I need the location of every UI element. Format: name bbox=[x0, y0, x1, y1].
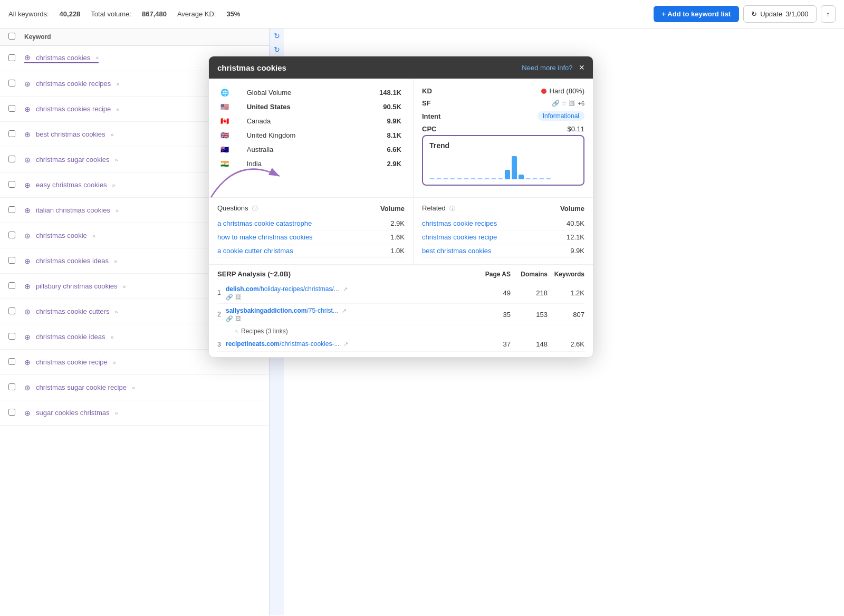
keyword-link-11[interactable]: ⊕ christmas cookie ideas » bbox=[24, 333, 114, 341]
keyword-check-5[interactable] bbox=[8, 181, 15, 188]
country-row-2: 🇬🇧 United Kingdom 8.1K bbox=[218, 129, 404, 142]
cpc-metric-row: CPC $0.11 bbox=[422, 123, 584, 135]
keyword-link-14[interactable]: ⊕ sugar cookies christmas » bbox=[24, 409, 118, 417]
serp-page-as-0: 49 bbox=[474, 289, 511, 297]
serp-url-link-0[interactable]: delish.com/holiday-recipes/christmas/... bbox=[226, 285, 339, 293]
keyword-checkbox-5 bbox=[8, 181, 24, 189]
popup-scroll-container[interactable]: 🌐 Global Volume 148.1K 🇺🇸 United States … bbox=[209, 79, 593, 357]
questions-label: Questions bbox=[217, 204, 248, 212]
keyword-check-10[interactable] bbox=[8, 307, 15, 314]
keyword-link-4[interactable]: ⊕ christmas sugar cookies » bbox=[24, 156, 118, 164]
keyword-check-2[interactable] bbox=[8, 105, 15, 112]
keyword-link-1[interactable]: ⊕ christmas cookie recipes » bbox=[24, 80, 119, 88]
trend-bar-17 bbox=[546, 178, 551, 179]
chevron-icon-8: » bbox=[114, 258, 117, 264]
update-count: 3/1,000 bbox=[785, 10, 808, 18]
keyword-link-8[interactable]: ⊕ christmas cookies ideas » bbox=[24, 257, 117, 265]
country-row-3: 🇦🇺 Australia 6.6K bbox=[218, 143, 404, 156]
keyword-check-7[interactable] bbox=[8, 232, 15, 238]
serp-external-icon-2[interactable]: ↗ bbox=[343, 341, 348, 347]
keyword-checkbox-11 bbox=[8, 333, 24, 341]
serp-url-2: recipetineats.com/christmas-cookies-... … bbox=[226, 340, 474, 349]
keyword-checkbox-9 bbox=[8, 282, 24, 291]
plus-icon-7: ⊕ bbox=[24, 232, 31, 240]
keyword-link-3[interactable]: ⊕ best christmas cookies » bbox=[24, 130, 114, 139]
total-volume-label: Total volume: bbox=[91, 10, 131, 18]
trend-label: Trend bbox=[429, 141, 577, 150]
keyword-link-2[interactable]: ⊕ christmas cookies recipe » bbox=[24, 105, 119, 113]
country-flag-1: 🇨🇦 bbox=[218, 114, 244, 128]
refresh-icon-1[interactable]: ↻ bbox=[274, 32, 280, 40]
serp-external-icon-1[interactable]: ↗ bbox=[342, 307, 347, 314]
question-link-1[interactable]: how to make christmas cookies bbox=[217, 233, 390, 241]
serp-url-link-2[interactable]: recipetineats.com/christmas-cookies-... bbox=[226, 340, 339, 348]
serp-sub-icons-0: 🔗🖼 bbox=[226, 294, 474, 301]
related-link-1[interactable]: christmas cookies recipe bbox=[422, 233, 497, 241]
sf-link-icon: 🔗 bbox=[552, 100, 560, 107]
related-info-icon[interactable]: ⓘ bbox=[449, 205, 455, 211]
keyword-link-5[interactable]: ⊕ easy christmas cookies » bbox=[24, 181, 116, 189]
keyword-link-0[interactable]: ⊕ christmas cookies » bbox=[24, 53, 99, 63]
need-more-info-link[interactable]: Need more info? bbox=[522, 64, 572, 72]
trend-bar-13 bbox=[519, 175, 524, 179]
top-bar-actions: + Add to keyword list ↻ Update 3/1,000 ↑ bbox=[654, 5, 836, 23]
chevron-icon-13: » bbox=[132, 384, 135, 391]
select-all-checkbox[interactable] bbox=[8, 33, 15, 40]
question-link-2[interactable]: a cookie cutter christmas bbox=[217, 247, 390, 255]
add-to-keyword-list-button[interactable]: + Add to keyword list bbox=[654, 6, 740, 22]
intent-metric-row: Intent Informational bbox=[422, 109, 584, 123]
question-link-0[interactable]: a christmas cookie catastrophe bbox=[217, 219, 390, 227]
keyword-link-10[interactable]: ⊕ christmas cookie cutters » bbox=[24, 307, 118, 316]
keyword-link-9[interactable]: ⊕ pillsbury christmas cookies » bbox=[24, 282, 126, 291]
refresh-icon-2[interactable]: ↻ bbox=[274, 45, 280, 54]
serp-url-link-1[interactable]: sallysbakingaddiction.com/75-christ... bbox=[226, 307, 338, 314]
keyword-checkbox-0 bbox=[8, 54, 24, 63]
serp-external-icon-0[interactable]: ↗ bbox=[343, 286, 348, 292]
keyword-check-3[interactable] bbox=[8, 130, 15, 137]
questions-header: Questions ⓘ Volume bbox=[217, 204, 405, 213]
chevron-icon-14: » bbox=[114, 410, 118, 416]
keyword-check-11[interactable] bbox=[8, 333, 15, 340]
kd-value: Hard (80%) bbox=[541, 87, 584, 95]
questions-info-icon[interactable]: ⓘ bbox=[252, 205, 258, 211]
keyword-check-9[interactable] bbox=[8, 282, 15, 289]
country-flag-2: 🇬🇧 bbox=[218, 129, 244, 142]
related-link-2[interactable]: best christmas cookies bbox=[422, 247, 492, 255]
serp-page-as-1: 35 bbox=[474, 311, 511, 319]
keyword-check-1[interactable] bbox=[8, 80, 15, 86]
keyword-checkbox-14 bbox=[8, 409, 24, 417]
keyword-check-8[interactable] bbox=[8, 257, 15, 264]
keyword-checkbox-12 bbox=[8, 358, 24, 367]
keyword-checkbox-6 bbox=[8, 206, 24, 215]
plus-icon-0: ⊕ bbox=[24, 53, 31, 62]
questions-title: Questions ⓘ bbox=[217, 204, 258, 213]
trend-bar-0 bbox=[429, 178, 435, 179]
keyword-link-7[interactable]: ⊕ christmas cookie » bbox=[24, 232, 95, 240]
popup-close-button[interactable]: × bbox=[579, 63, 584, 72]
serp-icon-0-0: 🔗 bbox=[226, 294, 233, 301]
keyword-row: ⊕ sugar cookies christmas » bbox=[0, 400, 269, 426]
serp-icon-0-1: 🖼 bbox=[235, 294, 241, 301]
keyword-check-4[interactable] bbox=[8, 156, 15, 162]
country-name-3: Australia bbox=[245, 143, 350, 156]
country-flag-4: 🇮🇳 bbox=[218, 157, 244, 170]
trend-chart bbox=[429, 154, 577, 179]
serp-column-headers: Page AS Domains Keywords bbox=[474, 271, 584, 278]
keyword-link-6[interactable]: ⊕ italian christmas cookies » bbox=[24, 206, 119, 215]
keyword-check-12[interactable] bbox=[8, 358, 15, 365]
chevron-icon-9: » bbox=[123, 283, 126, 290]
keyword-check-14[interactable] bbox=[8, 409, 15, 416]
trend-box: Trend bbox=[422, 135, 584, 186]
keyword-check-13[interactable] bbox=[8, 383, 15, 390]
country-row-1: 🇨🇦 Canada 9.9K bbox=[218, 114, 404, 128]
keyword-check-0[interactable] bbox=[8, 54, 15, 61]
keyword-link-13[interactable]: ⊕ christmas sugar cookie recipe » bbox=[24, 383, 135, 392]
trend-bar-16 bbox=[539, 178, 544, 179]
plus-icon-12: ⊕ bbox=[24, 358, 31, 367]
export-button[interactable]: ↑ bbox=[821, 5, 836, 23]
serp-keywords-header: Keywords bbox=[548, 271, 584, 278]
keyword-link-12[interactable]: ⊕ christmas cookie recipe » bbox=[24, 358, 116, 367]
keyword-check-6[interactable] bbox=[8, 206, 15, 213]
related-link-0[interactable]: christmas cookie recipes bbox=[422, 219, 497, 227]
update-button[interactable]: ↻ Update 3/1,000 bbox=[743, 5, 816, 23]
